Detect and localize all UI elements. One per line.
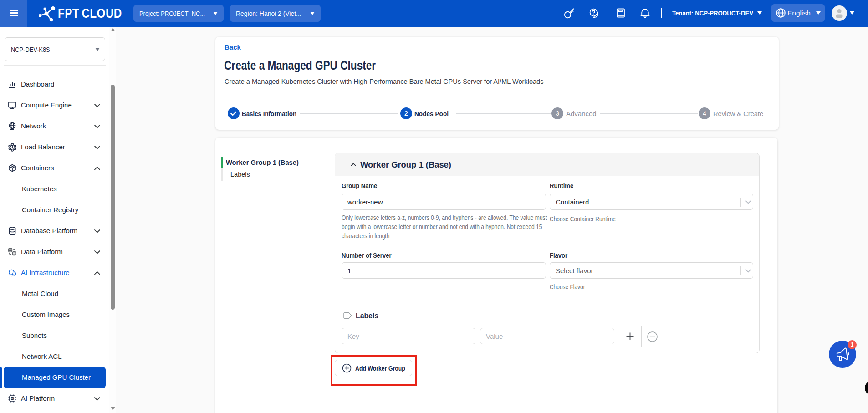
svg-text:AI: AI: [11, 398, 14, 400]
